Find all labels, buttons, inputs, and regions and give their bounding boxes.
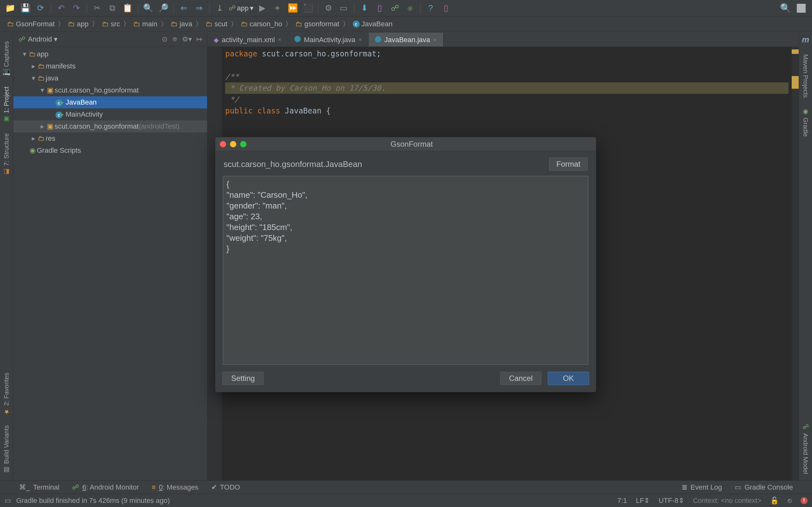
tree-row[interactable]: ◉Gradle Scripts bbox=[13, 145, 207, 157]
run-icon[interactable]: ▶ bbox=[256, 2, 269, 14]
rail-android-model[interactable]: ☍Android Model bbox=[802, 423, 809, 474]
dialog-titlebar[interactable]: GsonFormat bbox=[215, 137, 596, 151]
autoscroll-icon[interactable]: ⊙ bbox=[162, 35, 167, 43]
status-context[interactable]: Context: <no context> bbox=[693, 497, 761, 505]
status-git-icon[interactable]: ⎋ bbox=[788, 497, 792, 505]
find-icon[interactable]: 🔍 bbox=[142, 2, 154, 14]
close-window-icon[interactable] bbox=[220, 141, 226, 147]
toolbar-separator bbox=[51, 3, 51, 13]
todo-tool[interactable]: ✔TODO bbox=[211, 483, 240, 492]
search-everywhere-icon[interactable]: 🔍 bbox=[780, 3, 791, 13]
terminal-tool[interactable]: ⌘_Terminal bbox=[19, 483, 59, 492]
rail-build-variants[interactable]: ▤Build Variants bbox=[3, 425, 10, 474]
help-icon[interactable]: ? bbox=[424, 2, 437, 14]
rail-structure[interactable]: ◧7: Structure bbox=[3, 133, 10, 176]
status-message: Gradle build finished in 7s 426ms (9 min… bbox=[16, 497, 170, 505]
format-button[interactable]: Format bbox=[549, 158, 588, 171]
project-mode-dropdown[interactable]: Android ▾ bbox=[28, 35, 57, 43]
project-tree[interactable]: 🗀app🗀manifests🗀java▣scut.carson_ho.gsonf… bbox=[13, 47, 207, 481]
settings-icon[interactable]: ⚙ bbox=[322, 2, 335, 14]
editor-tab[interactable]: MainActivity.java× bbox=[288, 33, 368, 47]
status-lock-icon[interactable]: 🔓 bbox=[770, 497, 779, 505]
cut-icon[interactable]: ✂ bbox=[91, 2, 103, 14]
ok-button[interactable]: OK bbox=[548, 372, 589, 385]
bottom-tool-bar: ⌘_Terminal ☍6: Android Monitor ≡0: Messa… bbox=[0, 481, 812, 494]
gradle-console-tool[interactable]: ▭Gradle Console bbox=[734, 483, 793, 492]
tree-row[interactable]: 🗀app bbox=[13, 48, 207, 60]
tree-row[interactable]: c▸MainActivity bbox=[13, 108, 207, 120]
sync-icon[interactable]: ⟳ bbox=[34, 2, 47, 14]
json-input-textarea[interactable]: { "name": "Carson_Ho", "gender": "man", … bbox=[223, 176, 589, 365]
breadcrumb-item[interactable]: 🗀 main bbox=[132, 20, 159, 28]
project-pane-header: ☍ Android ▾ ⊙ ≑ ⚙▾ ↦ bbox=[13, 32, 207, 47]
breadcrumb-item[interactable]: 🗀 src bbox=[101, 20, 121, 28]
save-icon[interactable]: 💾 bbox=[19, 2, 32, 14]
hide-pane-icon[interactable]: ↦ bbox=[196, 35, 202, 43]
editor-tab[interactable]: JavaBean.java× bbox=[368, 33, 444, 47]
apply-changes-icon[interactable]: ⏩ bbox=[287, 2, 299, 14]
status-caret-pos[interactable]: 7:1 bbox=[617, 497, 627, 505]
rail-maven[interactable]: Maven Projects bbox=[802, 54, 809, 98]
run-config-label: app bbox=[237, 4, 249, 12]
close-tab-icon[interactable]: × bbox=[278, 37, 281, 43]
tree-row[interactable]: 🗀res bbox=[13, 132, 207, 145]
sdk-manager-icon[interactable]: ⬇ bbox=[358, 2, 371, 14]
undo-icon[interactable]: ↶ bbox=[55, 2, 67, 14]
make-project-icon[interactable]: ⤓ bbox=[213, 2, 226, 14]
left-tool-rails: 📷Captures ▣1: Project ◧7: Structure ★2: … bbox=[0, 32, 13, 481]
attach-debugger-icon[interactable]: ⬛ bbox=[302, 2, 314, 14]
warning-marker[interactable] bbox=[792, 49, 799, 54]
rail-project[interactable]: ▣1: Project bbox=[3, 87, 10, 123]
event-log-tool[interactable]: ≣Event Log bbox=[681, 483, 722, 492]
android-monitor-tool[interactable]: ☍6: Android Monitor bbox=[72, 483, 139, 492]
android-icon[interactable]: ⍟ bbox=[404, 2, 416, 14]
collapse-all-icon[interactable]: ≑ bbox=[172, 35, 177, 43]
breadcrumb-item[interactable]: 🗀 java bbox=[169, 20, 194, 28]
toolbar-separator bbox=[209, 3, 210, 13]
tree-row[interactable]: c▸JavaBean bbox=[13, 96, 207, 108]
project-settings-icon[interactable]: ⚙▾ bbox=[182, 35, 192, 43]
forward-icon[interactable]: ⇒ bbox=[193, 2, 206, 14]
replace-icon[interactable]: 🔎 bbox=[157, 2, 170, 14]
breadcrumb-item[interactable]: 🗀 carson_ho bbox=[240, 20, 284, 28]
tree-row[interactable]: ▣scut.carson_ho.gsonformat (androidTest) bbox=[13, 120, 207, 132]
status-bar: ▭ Gradle build finished in 7s 426ms (9 m… bbox=[0, 494, 812, 507]
breadcrumb-item[interactable]: 🗀 scut bbox=[204, 20, 229, 28]
status-window-icon[interactable]: ▭ bbox=[4, 497, 11, 505]
status-line-sep[interactable]: LF⇕ bbox=[636, 497, 650, 505]
toolbar-separator bbox=[173, 3, 174, 13]
editor-tab[interactable]: ◆activity_main.xml× bbox=[207, 33, 288, 47]
tree-row[interactable]: 🗀java bbox=[13, 72, 207, 84]
run-config-dropdown[interactable]: app ▾ bbox=[237, 4, 253, 12]
maven-icon[interactable]: m bbox=[802, 35, 809, 45]
close-tab-icon[interactable]: × bbox=[433, 37, 437, 43]
rail-captures[interactable]: 📷Captures bbox=[3, 41, 10, 77]
cancel-button[interactable]: Cancel bbox=[500, 372, 542, 385]
setting-button[interactable]: Setting bbox=[222, 372, 264, 385]
status-encoding[interactable]: UTF-8⇕ bbox=[658, 497, 684, 505]
breadcrumb-item[interactable]: 🗀 gsonformat bbox=[294, 20, 340, 28]
device-icon[interactable]: ▯ bbox=[440, 2, 452, 14]
breadcrumb-item[interactable]: 🗀 GsonFormat bbox=[6, 20, 56, 28]
open-project-icon[interactable]: 📁 bbox=[4, 2, 16, 14]
breadcrumb-item[interactable]: c JavaBean bbox=[351, 20, 394, 28]
paste-icon[interactable]: 📋 bbox=[121, 2, 134, 14]
tree-row[interactable]: ▣scut.carson_ho.gsonformat bbox=[13, 84, 207, 96]
status-error-icon[interactable]: ! bbox=[801, 497, 808, 504]
redo-icon[interactable]: ↷ bbox=[70, 2, 83, 14]
tree-row[interactable]: 🗀manifests bbox=[13, 60, 207, 72]
user-avatar-icon[interactable] bbox=[797, 4, 806, 13]
android-profiler-icon[interactable]: ☍ bbox=[389, 2, 401, 14]
rail-gradle[interactable]: ◉Gradle bbox=[802, 107, 809, 136]
avd-manager-icon[interactable]: ▯ bbox=[373, 2, 386, 14]
gsonformat-dialog: GsonFormat scut.carson_ho.gsonformat.Jav… bbox=[215, 137, 596, 392]
messages-tool[interactable]: ≡0: Messages bbox=[152, 483, 199, 492]
debug-icon[interactable]: ⌖ bbox=[271, 2, 284, 14]
project-structure-icon[interactable]: ▭ bbox=[338, 2, 350, 14]
highlight-marker[interactable] bbox=[792, 76, 799, 89]
back-icon[interactable]: ⇐ bbox=[177, 2, 190, 14]
breadcrumb-item[interactable]: 🗀 app bbox=[67, 20, 90, 28]
copy-icon[interactable]: ⧉ bbox=[106, 2, 119, 14]
rail-favorites[interactable]: ★2: Favorites bbox=[3, 373, 10, 416]
close-tab-icon[interactable]: × bbox=[358, 37, 362, 43]
